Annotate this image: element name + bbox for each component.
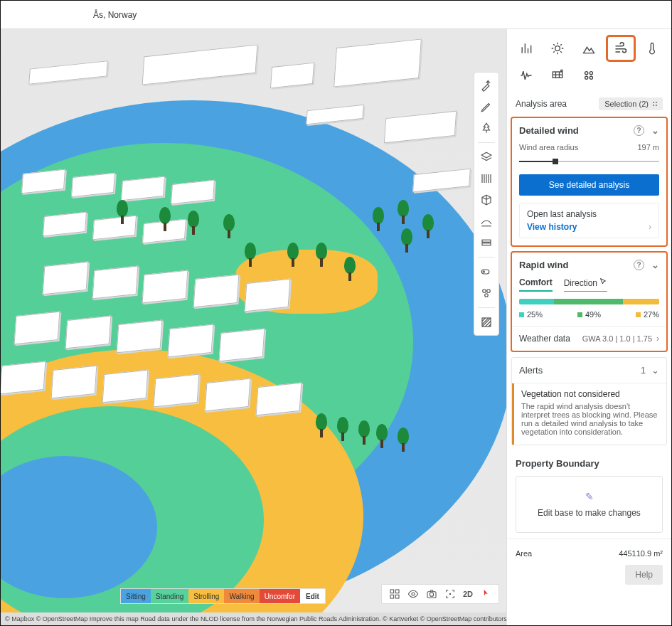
comfort-bar <box>519 299 659 304</box>
alerts-section: Alerts 1 ⌄ Vegetation not considered The… <box>511 357 667 445</box>
top-bar: Ås, Norway <box>1 1 671 29</box>
view-controls: 2D <box>381 584 499 604</box>
eye-icon[interactable] <box>407 588 419 600</box>
rapid-wind-title: Rapid wind <box>519 260 568 270</box>
svg-rect-1 <box>482 243 491 245</box>
area-value: 445110.9 m² <box>619 549 663 558</box>
svg-point-15 <box>449 593 450 594</box>
radius-value: 197 m <box>637 143 659 152</box>
radius-label: Wind area radius <box>519 143 578 152</box>
alert-title: Vegetation not considered <box>521 389 659 399</box>
draw-tool[interactable] <box>476 211 496 231</box>
chevron-right-icon[interactable]: › <box>649 222 651 232</box>
pencil-icon: ✎ <box>523 491 655 502</box>
svg-point-22 <box>590 76 593 79</box>
tag-tool[interactable] <box>476 262 496 282</box>
radius-slider[interactable] <box>519 157 659 166</box>
map-viewport[interactable]: Sitting Standing Strolling Walking Uncom… <box>1 29 506 625</box>
ruler-tool[interactable] <box>476 169 496 189</box>
view-history-link[interactable]: View history <box>527 222 577 232</box>
chevron-down-icon[interactable]: ⌄ <box>651 260 659 270</box>
help-icon[interactable]: ? <box>634 260 644 270</box>
analysis-mode-grid <box>507 29 671 90</box>
help-button[interactable]: Help <box>625 565 663 585</box>
mode-terrain-icon[interactable] <box>575 36 602 60</box>
selection-pill[interactable]: Selection (2) <box>599 97 663 110</box>
svg-point-4 <box>483 290 486 293</box>
map-attribution: © Mapbox © OpenStreetMap Improve this ma… <box>1 612 506 625</box>
chevron-down-icon[interactable]: ⌄ <box>651 365 659 376</box>
grid-view-icon[interactable] <box>389 588 400 600</box>
chevron-right-icon[interactable]: › <box>656 334 659 344</box>
svg-point-21 <box>585 76 588 79</box>
svg-point-14 <box>430 593 433 596</box>
weather-data-label: Weather data <box>519 334 570 344</box>
map-toolbox <box>474 72 499 336</box>
mode-solar-panel-icon[interactable] <box>544 65 571 86</box>
comfort-legend: Sitting Standing Strolling Walking Uncom… <box>120 588 326 604</box>
mode-cluster-icon[interactable] <box>575 65 602 86</box>
alerts-count: 1 <box>641 365 646 376</box>
area-label: Area <box>516 549 532 558</box>
cube-tool[interactable] <box>476 190 496 210</box>
detailed-wind-card: Detailed wind ? ⌄ Wind area radius 197 m… <box>511 117 667 246</box>
analysis-area-label: Analysis area <box>516 99 567 109</box>
wand-tool[interactable] <box>476 75 496 95</box>
weather-data-value: GWA 3.0 | 1.0 | 1.75 <box>582 334 652 343</box>
alerts-header: Alerts <box>519 365 543 376</box>
legend-strolling: Strolling <box>188 589 224 603</box>
toggle-2d-button[interactable]: 2D <box>463 590 473 598</box>
open-last-analysis-label: Open last analysis <box>527 209 597 219</box>
property-boundary-header: Property Boundary <box>516 458 663 469</box>
legend-standing: Standing <box>151 589 188 603</box>
svg-point-6 <box>485 294 489 297</box>
group-tool[interactable] <box>476 283 496 303</box>
tree-tool[interactable] <box>476 118 496 138</box>
pencil-tool[interactable] <box>476 97 496 117</box>
rapid-wind-card: Rapid wind ? ⌄ Comfort Direction <box>511 252 667 351</box>
legend-sitting: Sitting <box>121 589 151 603</box>
alert-item: Vegetation not considered The rapid wind… <box>512 383 666 445</box>
help-icon[interactable]: ? <box>634 125 644 136</box>
mode-noise-icon[interactable] <box>513 65 540 86</box>
compass-north-icon[interactable] <box>479 587 494 602</box>
cursor-icon <box>599 277 607 288</box>
svg-point-19 <box>585 72 588 75</box>
tab-direction[interactable]: Direction <box>564 277 607 292</box>
chevron-down-icon[interactable]: ⌄ <box>651 125 659 136</box>
legend-walking: Walking <box>224 589 259 603</box>
edit-base-button[interactable]: ✎ Edit base to make changes <box>516 476 663 533</box>
svg-rect-11 <box>395 595 399 598</box>
svg-point-18 <box>561 70 563 72</box>
svg-point-20 <box>590 72 593 75</box>
location-label: Ås, Norway <box>93 10 137 20</box>
comfort-pct-2: 49% <box>585 310 601 319</box>
focus-icon[interactable] <box>444 588 456 600</box>
analysis-panel: Analysis area Selection (2) Detailed win… <box>506 29 671 625</box>
legend-edit-button[interactable]: Edit <box>300 593 325 600</box>
camera-icon[interactable] <box>426 588 437 600</box>
hatch-tool[interactable] <box>476 312 496 332</box>
mode-bars-icon[interactable] <box>513 36 540 60</box>
layers-tool[interactable] <box>476 147 496 167</box>
svg-point-12 <box>412 593 415 595</box>
svg-rect-10 <box>390 595 394 598</box>
svg-rect-9 <box>395 590 399 593</box>
see-detailed-analysis-button[interactable]: See detailed analysis <box>519 174 659 196</box>
comfort-pct-1: 25% <box>527 310 543 319</box>
comfort-pct-3: 27% <box>644 310 659 319</box>
svg-point-5 <box>487 290 491 293</box>
legend-uncomfortable: Uncomfor <box>260 589 300 603</box>
svg-rect-0 <box>482 240 491 242</box>
svg-point-3 <box>483 271 484 272</box>
property-boundary-section: Property Boundary ✎ Edit base to make ch… <box>511 451 667 533</box>
svg-point-16 <box>555 46 560 51</box>
mode-wind-icon[interactable] <box>607 36 634 60</box>
svg-rect-8 <box>390 590 394 593</box>
mode-sun-icon[interactable] <box>544 36 571 60</box>
section-tool[interactable] <box>476 233 496 253</box>
detailed-wind-title: Detailed wind <box>519 125 579 136</box>
tab-comfort[interactable]: Comfort <box>519 277 553 292</box>
mode-thermo-icon[interactable] <box>639 36 666 60</box>
alert-body-text: The rapid wind analysis doesn't interpre… <box>521 402 659 436</box>
